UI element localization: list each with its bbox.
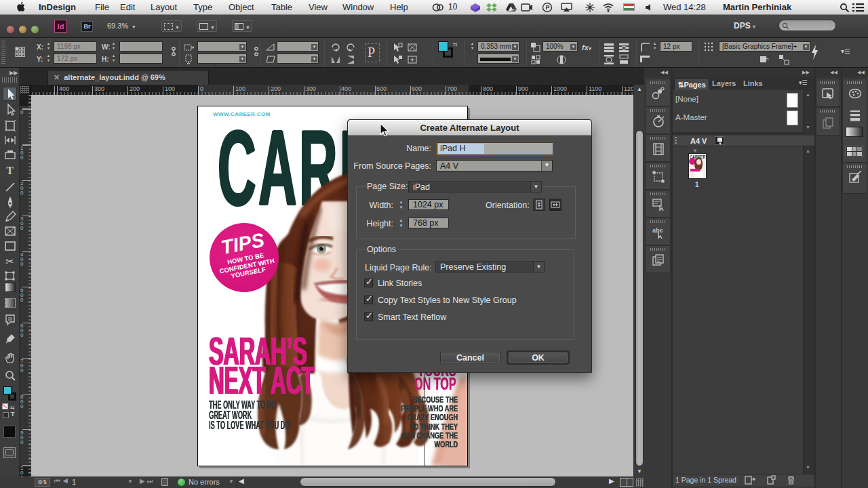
svg-text:abc: abc [652,227,663,234]
svg-text:P: P [546,4,550,11]
